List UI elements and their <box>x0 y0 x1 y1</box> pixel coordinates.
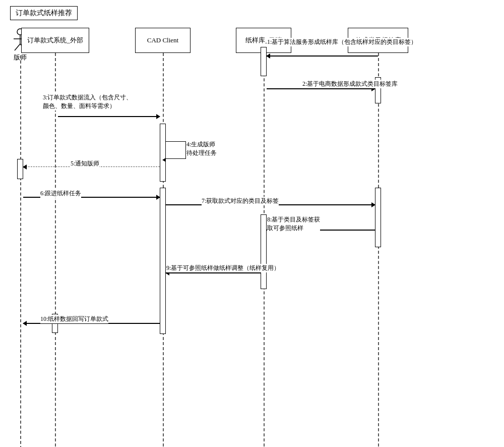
svg-line-3 <box>15 44 20 50</box>
diagram-title: 订单款式纸样推荐 <box>10 6 78 20</box>
label-m10: 10:纸样数据回写订单款式 <box>40 315 108 323</box>
label-m1: 1:基于算法服务形成纸样库（包含纸样对应的类目标签） <box>267 38 428 46</box>
label-m7: 7:获取款式对应的类目及标签 <box>202 197 279 205</box>
lifeline-1 <box>55 53 56 446</box>
label-m3: 3:订单款式数据流入（包含尺寸、 颜色、数量、面料等需求） <box>43 93 154 110</box>
lifeline-4 <box>378 53 379 446</box>
label-m8: 8:基于类目及标签获 取可参照纸样 <box>267 215 320 233</box>
arrow-m2 <box>267 88 375 89</box>
arrow-m3 <box>58 116 160 117</box>
label-m4: 4:生成版师 待处理任务 <box>186 140 217 157</box>
label-m6: 6:跟进纸样任务 <box>40 189 81 198</box>
sequence-diagram: 订单款式纸样推荐 版师 订单款式系统_外部 CAD Client 纸样库_云端 <box>0 0 504 447</box>
activation-ll2-2 <box>160 188 166 334</box>
lifeline-header-1: 订单款式系统_外部 <box>21 28 89 53</box>
activation-ll3-1 <box>261 47 267 76</box>
lifeline-header-2: CAD Client <box>135 28 191 53</box>
arrow-m1 <box>267 55 378 57</box>
arrow-m9 <box>166 272 261 273</box>
lifeline-actor <box>20 55 21 447</box>
label-m5: 5:通知版师 <box>71 159 99 168</box>
self-arrow-m4 <box>166 141 186 159</box>
label-m2: 2:基于电商数据形成款式类目标签库 <box>302 80 398 88</box>
activation-ll2-1 <box>160 124 166 182</box>
self-arrow-m4-head <box>162 158 166 162</box>
activation-ll4-2 <box>375 188 381 247</box>
activation-ll3-2 <box>261 214 267 289</box>
label-m9: 9:基于可参照纸样做纸样调整（纸样复用） <box>166 264 307 272</box>
